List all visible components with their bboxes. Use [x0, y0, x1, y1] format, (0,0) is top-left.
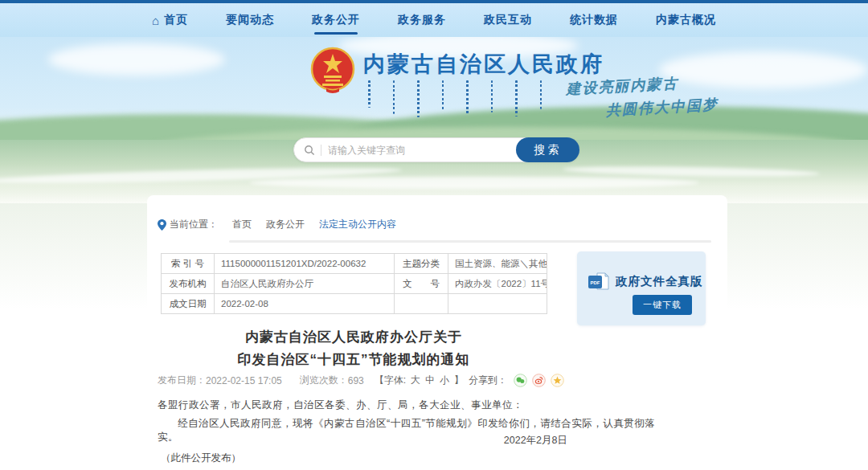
weibo-share-icon[interactable]	[532, 374, 546, 387]
nav-item-statistics[interactable]: 统计数据	[570, 13, 618, 27]
meta-value: 自治区人民政府办公厅	[215, 274, 395, 294]
nav-label: 政民互动	[484, 13, 532, 27]
search-bar: 搜索	[293, 137, 579, 162]
meta-value	[448, 294, 547, 314]
share-label: 分享到：	[469, 374, 507, 387]
public-release-note: （此件公开发布）	[161, 452, 241, 465]
meta-value: 1115000001151201XD/2022-00632	[215, 254, 395, 274]
table-row: 发布机构 自治区人民政府办公厅 文 号 内政办发〔2022〕11号	[162, 274, 547, 294]
document-title: 内蒙古自治区人民政府办公厅关于 印发自治区“十四五”节能规划的通知	[161, 326, 547, 371]
nav-label: 政务公开	[312, 13, 360, 27]
content-card: 当前位置： 首页 政务公开 法定主动公开内容 索 引 号 11150000011…	[147, 195, 727, 470]
nav-label: 统计数据	[570, 13, 618, 27]
publish-date-label: 发布日期：	[158, 374, 206, 387]
nav-label: 政务服务	[398, 13, 446, 27]
document-meta-table: 索 引 号 1115000001151201XD/2022-00632 主题分类…	[161, 253, 547, 314]
svg-text:PDF: PDF	[591, 280, 600, 285]
nav-item-services[interactable]: 政务服务	[398, 13, 446, 27]
font-size-large-button[interactable]: 大	[411, 374, 420, 387]
header-banner: 内蒙古自治区人民政府 建设亮丽内蒙古 共圆伟大中国梦 搜索	[0, 37, 868, 203]
nav-label: 要闻动态	[226, 13, 274, 27]
meta-label: 发布机构	[162, 274, 215, 294]
download-panel-title: 政府文件全真版	[616, 274, 703, 289]
map-pin-icon	[158, 219, 166, 231]
font-size-medium-button[interactable]: 中	[425, 374, 435, 387]
download-button[interactable]: 一键下载	[633, 295, 692, 315]
mongolian-script	[368, 80, 542, 119]
site-title: 内蒙古自治区人民政府	[363, 50, 604, 79]
home-icon: ⌂	[152, 14, 160, 27]
meta-label: 主题分类	[395, 254, 448, 274]
meta-label: 索 引 号	[162, 254, 215, 274]
meta-value: 内政办发〔2022〕11号	[448, 274, 547, 294]
document-title-line-1: 内蒙古自治区人民政府办公厅关于	[161, 326, 547, 349]
share-icons	[514, 374, 564, 387]
download-panel: PDF 政府文件全真版 一键下载	[577, 251, 706, 325]
qzone-share-icon[interactable]	[551, 374, 564, 387]
sign-date: 2022年2月8日	[158, 434, 567, 448]
publish-date: 2022-02-15 17:05	[206, 375, 282, 386]
cloud-shape	[48, 43, 225, 76]
nav-label: 首页	[164, 13, 188, 27]
nav-item-home[interactable]: ⌂ 首页	[152, 13, 188, 27]
search-button[interactable]: 搜索	[516, 137, 579, 162]
main-nav: ⌂ 首页 要闻动态 政务公开 政务服务 政民互动 统计数据 内蒙古概况	[0, 3, 868, 37]
views-count: 693	[348, 375, 364, 386]
font-size-prefix: 【字体:	[375, 374, 406, 387]
pdf-file-icon: PDF	[588, 272, 610, 291]
search-separator	[321, 145, 321, 156]
page: ⌂ 首页 要闻动态 政务公开 政务服务 政民互动 统计数据 内蒙古概况	[0, 0, 868, 470]
article-meta-row: 发布日期： 2022-02-15 17:05 浏览次数： 693 【字体: 大 …	[158, 374, 564, 387]
breadcrumb-gov-open[interactable]: 政务公开	[266, 218, 305, 231]
breadcrumb: 当前位置： 首页 政务公开 法定主动公开内容	[158, 218, 396, 231]
slogan-calligraphy: 建设亮丽内蒙古 共圆伟大中国梦	[566, 72, 719, 122]
meta-label: 文 号	[395, 274, 448, 294]
breadcrumb-current[interactable]: 法定主动公开内容	[319, 218, 396, 231]
breadcrumb-label: 当前位置：	[170, 218, 218, 231]
body-paragraph-1: 各盟行政公署，市人民政府，自治区各委、办、厅、局，各大企业、事业单位：	[158, 398, 656, 412]
meta-label: 成文日期	[162, 294, 215, 314]
table-row: 索 引 号 1115000001151201XD/2022-00632 主题分类…	[162, 254, 547, 274]
download-panel-header: PDF 政府文件全真版	[588, 272, 703, 291]
breadcrumb-home[interactable]: 首页	[232, 218, 252, 231]
font-size-suffix: 】	[454, 374, 464, 387]
nav-item-gov-open[interactable]: 政务公开	[312, 13, 360, 27]
section-divider	[229, 240, 711, 243]
document-title-line-2: 印发自治区“十四五”节能规划的通知	[161, 349, 547, 371]
meta-value: 2022-02-08	[215, 294, 395, 314]
views-label: 浏览次数：	[300, 374, 348, 387]
table-row: 成文日期 2022-02-08	[162, 294, 547, 314]
nav-label: 内蒙古概况	[656, 13, 716, 27]
meta-label	[395, 294, 448, 314]
nav-item-overview[interactable]: 内蒙古概况	[656, 13, 716, 27]
font-size-small-button[interactable]: 小	[440, 374, 449, 387]
nav-item-news[interactable]: 要闻动态	[226, 13, 274, 27]
wechat-share-icon[interactable]	[514, 374, 527, 387]
meta-value: 国土资源、能源＼其他	[448, 254, 547, 274]
china-national-emblem	[310, 47, 355, 98]
river-shape	[249, 177, 699, 189]
active-tab-underline	[314, 32, 358, 35]
nav-item-interaction[interactable]: 政民互动	[484, 13, 532, 27]
magnifier-icon	[304, 145, 315, 156]
